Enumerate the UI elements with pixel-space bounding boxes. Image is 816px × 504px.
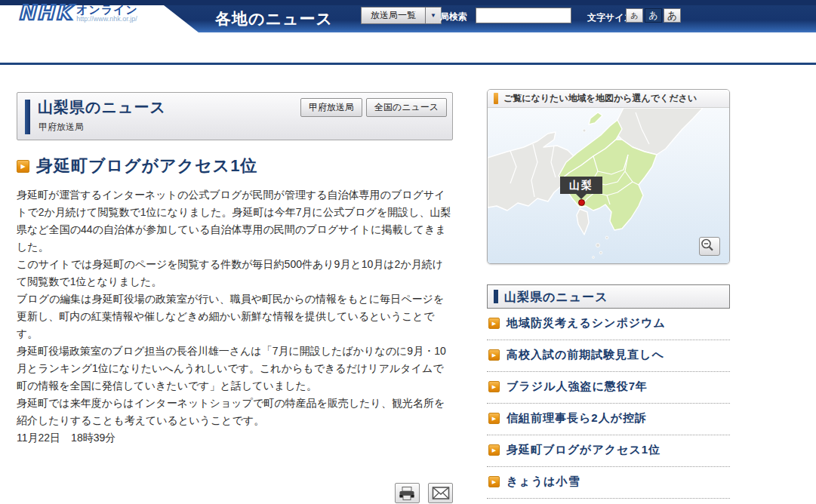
station-list-dropdown[interactable]: 放送局一覧 ▼ xyxy=(361,7,442,24)
article-body: 身延町が運営するインターネットの公式ブログが民間が管理する自治体専用のブログサイ… xyxy=(17,186,453,447)
mail-button[interactable] xyxy=(428,483,453,503)
article-headline: 身延町ブログがアクセス1位 xyxy=(36,155,257,177)
headline-arrow-icon: ▶ xyxy=(17,160,29,173)
nhk-logo-url: http://www.nhk.or.jp/ xyxy=(76,16,138,23)
map-header-accent-bar xyxy=(494,93,498,104)
section-subtitle: 甲府放送局 xyxy=(38,121,84,134)
section-header-box: 山梨県のニュース 甲府放送局 甲府放送局 全国のニュース xyxy=(17,92,453,140)
list-arrow-icon: ▶ xyxy=(488,413,500,424)
article-paragraph: 身延町役場政策室のブログ担当の長谷川雄一さんは「7月に開設したばかりなのに9月・… xyxy=(17,343,453,395)
news-item-label: ブラジル人強盗に懲役7年 xyxy=(507,380,648,394)
station-page-button[interactable]: 甲府放送局 xyxy=(300,98,362,117)
map-zoom-out-button[interactable] xyxy=(699,237,720,256)
nhk-logo-text: NHK xyxy=(18,1,72,24)
header-divider xyxy=(0,63,816,65)
national-news-button[interactable]: 全国のニュース xyxy=(366,98,447,117)
news-item-label: きょうは小雪 xyxy=(507,475,580,489)
map-region-tooltip: 山梨 xyxy=(560,177,602,194)
chevron-down-icon[interactable]: ▼ xyxy=(425,7,442,24)
news-item-label: 信組前理事長ら2人が控訴 xyxy=(507,411,647,426)
news-list-item[interactable]: ▶ 地域防災考えるシンポジウム xyxy=(487,309,730,340)
news-item-label: 地域防災考えるシンポジウム xyxy=(507,316,666,330)
sidebar-news-header: 山梨県のニュース xyxy=(487,284,730,309)
list-arrow-icon: ▶ xyxy=(488,349,500,361)
list-arrow-icon: ▶ xyxy=(488,318,500,329)
sidebar-news-title: 山梨県のニュース xyxy=(504,290,608,306)
map-region-izu-gray[interactable] xyxy=(577,209,589,235)
news-list-item[interactable]: ▶ 身延町ブログがアクセス1位 xyxy=(487,435,730,467)
news-header-accent-bar xyxy=(494,290,498,303)
news-list-item[interactable]: ▶ 高校入試の前期試験見直しへ xyxy=(487,340,730,372)
article-headline-row: ▶ 身延町ブログがアクセス1位 xyxy=(17,155,453,177)
article-tools xyxy=(17,483,453,503)
font-size-medium-button[interactable]: あ xyxy=(645,8,662,23)
news-list-item[interactable]: ▶ ブラジル人強盗に懲役7年 xyxy=(487,372,730,404)
article-column: 山梨県のニュース 甲府放送局 甲府放送局 全国のニュース ▶ 身延町ブログがアク… xyxy=(17,92,453,447)
map-panel-header: ご覧になりたい地域を地図から選んでください xyxy=(488,90,729,108)
article-paragraph: 身延町では来年度からはインターネットショップで町の特産品を販売したり、観光名所を… xyxy=(17,395,453,429)
list-arrow-icon: ▶ xyxy=(488,476,500,487)
news-list-item[interactable]: ▶ 四川省が温泉開発研修に xyxy=(487,499,730,504)
article-paragraph: このサイトでは身延町のページを閲覧する件数が毎日約500件あり9月と10月は2か… xyxy=(17,256,453,290)
map-instruction: ご覧になりたい地域を地図から選んでください xyxy=(503,92,697,105)
article-paragraph: 身延町が運営するインターネットの公式ブログが民間が管理する自治体専用のブログサイ… xyxy=(17,186,453,256)
japan-region-map[interactable]: 山梨 xyxy=(488,108,729,263)
section-title: 山梨県のニュース xyxy=(38,97,166,118)
page-title: 各地のニュース xyxy=(215,8,333,29)
news-item-label: 高校入試の前期試験見直しへ xyxy=(507,348,664,362)
news-list-item[interactable]: ▶ 信組前理事長ら2人が控訴 xyxy=(487,404,730,435)
japan-map-svg[interactable] xyxy=(488,108,729,263)
nhk-logo-caption: オンライン http://www.nhk.or.jp/ xyxy=(76,2,138,23)
station-search-input[interactable] xyxy=(476,8,571,23)
section-accent-bar xyxy=(25,100,30,134)
map-pin-icon xyxy=(578,199,585,206)
list-arrow-icon: ▶ xyxy=(488,381,500,392)
news-item-label: 身延町ブログがアクセス1位 xyxy=(507,443,660,457)
font-size-small-button[interactable]: あ xyxy=(626,8,643,23)
sidebar-news-panel: 山梨県のニュース ▶ 地域防災考えるシンポジウム ▶ 高校入試の前期試験見直しへ… xyxy=(487,284,730,504)
print-button[interactable] xyxy=(395,483,420,503)
nhk-logo[interactable]: NHK オンライン http://www.nhk.or.jp/ xyxy=(18,1,138,24)
nhk-logo-suffix: オンライン xyxy=(76,4,138,17)
station-list-label: 放送局一覧 xyxy=(361,7,425,24)
article-paragraph: ブログの編集は身延町役場の政策室が行い、職員や町民からの情報をもとに毎日ページを… xyxy=(17,290,453,343)
printer-icon xyxy=(398,490,416,503)
font-size-large-button[interactable]: あ xyxy=(664,8,681,23)
mail-icon xyxy=(432,490,450,502)
region-map-panel: ご覧になりたい地域を地図から選んでください xyxy=(487,89,730,264)
map-region-sado-green[interactable] xyxy=(589,112,602,124)
news-list-item[interactable]: ▶ きょうは小雪 xyxy=(487,467,730,499)
list-arrow-icon: ▶ xyxy=(488,444,500,456)
station-search-label: 局検索 xyxy=(440,11,467,23)
article-datetime: 11月22日 18時39分 xyxy=(17,429,453,447)
